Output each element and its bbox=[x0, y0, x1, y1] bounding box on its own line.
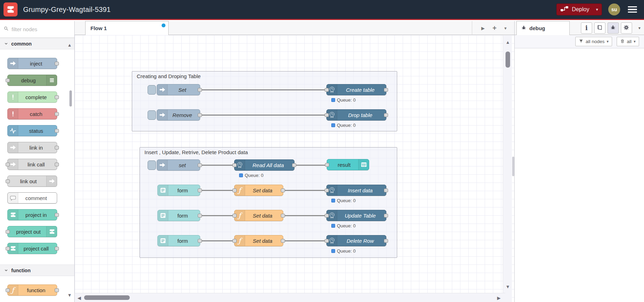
canvas-scroll-left-icon[interactable]: ◀ bbox=[77, 296, 81, 300]
port-in[interactable] bbox=[6, 78, 10, 82]
node-read_all[interactable]: Read All data bbox=[234, 159, 294, 171]
palette-node-project-call[interactable]: project call bbox=[7, 243, 57, 254]
deploy-button[interactable]: Deploy ▾ bbox=[556, 4, 602, 15]
inject-button[interactable] bbox=[148, 110, 156, 120]
port-out[interactable] bbox=[55, 288, 59, 292]
palette-node-function[interactable]: ƒfunction bbox=[7, 284, 57, 296]
wire-set1-create_table[interactable] bbox=[202, 89, 325, 90]
palette-scrollbar-thumb[interactable] bbox=[69, 90, 72, 107]
inject-button[interactable] bbox=[148, 85, 156, 95]
palette-node-comment[interactable]: comment bbox=[7, 192, 57, 204]
port-in[interactable] bbox=[325, 113, 329, 117]
palette-node-complete[interactable]: complete bbox=[7, 91, 57, 103]
wire-form2-setdata2[interactable] bbox=[202, 215, 232, 216]
wire-setdata1-insert[interactable] bbox=[285, 190, 325, 191]
add-flow-icon[interactable]: + bbox=[493, 25, 497, 32]
node-form2[interactable]: form bbox=[157, 210, 200, 221]
debug-messages-panel[interactable] bbox=[515, 48, 644, 302]
palette-node-status[interactable]: status bbox=[7, 125, 57, 136]
tab-flow-1[interactable]: Flow 1 bbox=[85, 21, 169, 35]
wire-read_all-result[interactable] bbox=[296, 165, 325, 166]
port-in[interactable] bbox=[325, 239, 329, 243]
group-g1[interactable]: Creating and Droping Table bbox=[132, 71, 397, 131]
node-set1[interactable]: Set bbox=[157, 84, 200, 95]
canvas-vscrollbar-thumb[interactable] bbox=[506, 52, 510, 68]
canvas-scroll-right-icon[interactable]: ▶ bbox=[497, 296, 501, 300]
palette-node-link-call[interactable]: link call bbox=[7, 159, 57, 170]
palette-search[interactable] bbox=[0, 21, 74, 38]
palette-node-link-out[interactable]: link out bbox=[7, 176, 57, 187]
palette-node-link-in[interactable]: link in bbox=[7, 142, 57, 153]
settings-tab-button[interactable] bbox=[621, 22, 632, 34]
port-out[interactable] bbox=[384, 188, 388, 192]
port-in[interactable] bbox=[6, 247, 10, 250]
palette-node-catch[interactable]: catch bbox=[7, 108, 57, 119]
user-avatar[interactable]: su bbox=[608, 4, 620, 15]
node-setdata2[interactable]: ƒSet data bbox=[234, 210, 283, 221]
port-in[interactable] bbox=[6, 230, 10, 234]
node-set2[interactable]: set bbox=[157, 159, 200, 171]
wire-set2-read_all[interactable] bbox=[202, 165, 232, 166]
port-out[interactable] bbox=[198, 239, 202, 243]
canvas-vertical-scrollbar[interactable]: ▲ ▼ bbox=[503, 35, 512, 302]
deploy-options-caret-icon[interactable]: ▾ bbox=[592, 7, 598, 12]
port-out[interactable] bbox=[55, 163, 59, 166]
node-delete[interactable]: Delete Row bbox=[326, 235, 386, 246]
port-in[interactable] bbox=[325, 188, 329, 192]
port-in[interactable] bbox=[232, 163, 237, 167]
sidebar-options-caret-icon[interactable]: ▾ bbox=[638, 26, 640, 30]
port-out[interactable] bbox=[292, 163, 296, 167]
palette-node-inject[interactable]: inject bbox=[7, 58, 57, 69]
port-out[interactable] bbox=[198, 214, 202, 218]
port-out[interactable] bbox=[281, 214, 285, 218]
port-in[interactable] bbox=[325, 163, 329, 167]
port-out[interactable] bbox=[281, 188, 285, 192]
node-create_table[interactable]: Create table bbox=[326, 84, 386, 95]
next-flow-icon[interactable]: ▶ bbox=[481, 26, 485, 31]
port-out[interactable] bbox=[55, 62, 59, 66]
node-drop_table[interactable]: Drop table bbox=[326, 109, 386, 121]
node-setdata3[interactable]: ƒSet data bbox=[234, 235, 283, 246]
outer-scrollbar-thumb[interactable] bbox=[512, 157, 514, 176]
node-setdata1[interactable]: ƒSet data bbox=[234, 185, 283, 196]
node-insert[interactable]: Insert data bbox=[326, 185, 386, 196]
port-out[interactable] bbox=[384, 214, 388, 218]
palette-scroll-up-icon[interactable]: ▲ bbox=[67, 43, 72, 47]
debug-clear-button[interactable]: all ▾ bbox=[617, 37, 639, 46]
port-out[interactable] bbox=[55, 247, 59, 250]
canvas-hscrollbar-thumb[interactable] bbox=[84, 295, 130, 300]
palette-node-debug[interactable]: debug bbox=[7, 75, 57, 86]
debug-tab-button[interactable] bbox=[608, 22, 619, 34]
wire-setdata3-delete[interactable] bbox=[285, 240, 325, 241]
port-out[interactable] bbox=[55, 213, 59, 217]
flow-list-caret-icon[interactable]: ▾ bbox=[504, 26, 507, 31]
palette-scroll-down-icon[interactable]: ▼ bbox=[67, 293, 72, 297]
palette-section-common[interactable]: common bbox=[0, 38, 74, 49]
canvas-scroll-down-icon[interactable]: ▼ bbox=[506, 284, 510, 289]
node-form3[interactable]: form bbox=[157, 235, 200, 246]
port-out[interactable] bbox=[198, 163, 202, 167]
palette-node-project-out[interactable]: project out bbox=[7, 226, 57, 237]
node-form1[interactable]: form bbox=[157, 185, 200, 196]
node-update[interactable]: Update Table bbox=[326, 210, 386, 221]
node-result[interactable]: result bbox=[327, 159, 369, 170]
port-in[interactable] bbox=[6, 288, 10, 292]
port-out[interactable] bbox=[55, 95, 59, 99]
palette-node-project-in[interactable]: project in bbox=[7, 209, 57, 220]
port-in[interactable] bbox=[232, 214, 237, 218]
port-out[interactable] bbox=[198, 88, 202, 92]
tab-debug[interactable]: debug bbox=[516, 21, 570, 35]
port-in[interactable] bbox=[6, 163, 10, 166]
port-out[interactable] bbox=[55, 146, 59, 150]
info-tab-button[interactable]: i bbox=[581, 22, 592, 34]
port-out[interactable] bbox=[198, 188, 202, 192]
node-remove[interactable]: Remove bbox=[157, 109, 200, 121]
port-out[interactable] bbox=[55, 129, 59, 133]
port-out[interactable] bbox=[198, 113, 202, 117]
wire-setdata2-update[interactable] bbox=[285, 215, 325, 216]
port-in[interactable] bbox=[232, 188, 237, 192]
canvas-scroll-up-icon[interactable]: ▲ bbox=[506, 40, 510, 44]
wire-form1-setdata1[interactable] bbox=[202, 190, 232, 191]
help-tab-button[interactable] bbox=[594, 22, 605, 34]
main-menu-button[interactable] bbox=[626, 5, 638, 14]
